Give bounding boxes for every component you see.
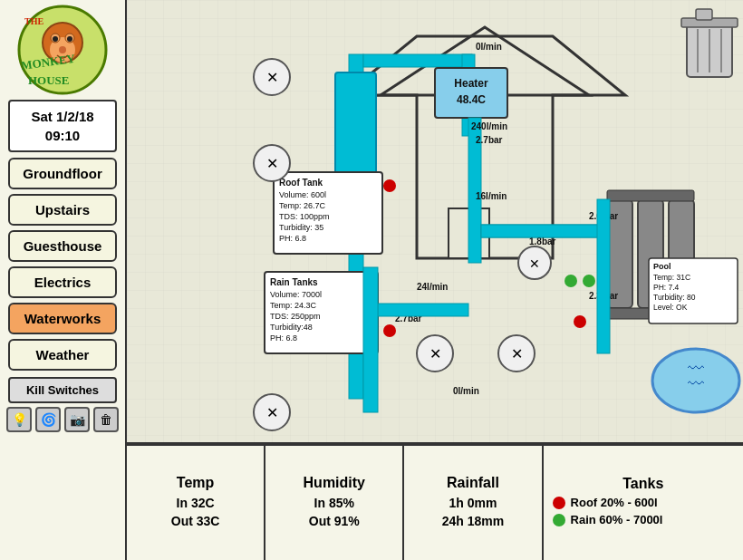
svg-text:HOUSE: HOUSE	[28, 73, 70, 87]
svg-text:Level: OK: Level: OK	[653, 303, 688, 312]
rain-dot	[553, 514, 565, 526]
nav-groundfloor[interactable]: Groundfloor	[8, 158, 117, 189]
svg-rect-17	[363, 54, 472, 67]
svg-rect-87	[363, 267, 378, 412]
rainfall-24h: 24h 18mm	[442, 513, 504, 531]
svg-text:Heater: Heater	[454, 77, 488, 90]
kill-icon-trash[interactable]: 🗑	[93, 407, 119, 432]
svg-text:PH: 6.8: PH: 6.8	[270, 333, 297, 343]
svg-text:Turbidity: 35: Turbidity: 35	[279, 223, 323, 232]
tanks-cell: Tanks Roof 20% - 600l Rain 60% - 7000l	[544, 446, 743, 560]
kill-switches-button[interactable]: Kill Switches	[8, 377, 117, 403]
nav-weather[interactable]: Weather	[8, 339, 117, 371]
svg-text:✕: ✕	[511, 346, 523, 362]
svg-text:TDS: 100ppm: TDS: 100ppm	[279, 212, 330, 221]
svg-text:PH: 7.4: PH: 7.4	[653, 283, 680, 292]
svg-text:Temp: 26.7C: Temp: 26.7C	[279, 201, 326, 210]
nav-guesthouse[interactable]: Guesthouse	[8, 230, 117, 262]
svg-point-81	[383, 324, 396, 337]
rainfall-1h: 1h 0mm	[449, 495, 497, 513]
svg-text:240l/min: 240l/min	[471, 121, 507, 131]
datetime-display: Sat 1/2/18 09:10	[8, 100, 117, 152]
tanks-rain-row: Rain 60% - 7000l	[553, 513, 663, 526]
svg-point-84	[564, 275, 577, 287]
svg-text:Volume: 600l: Volume: 600l	[279, 190, 326, 199]
svg-text:Roof Tank: Roof Tank	[279, 178, 323, 188]
nav-waterworks[interactable]: Waterworks	[8, 303, 117, 334]
tanks-roof-row: Roof 20% - 600l	[553, 496, 658, 509]
svg-point-83	[574, 315, 586, 328]
humidity-out: Out 91%	[309, 513, 360, 531]
svg-rect-88	[481, 225, 608, 237]
tanks-rain-value: Rain 60% - 7000l	[571, 513, 663, 526]
svg-text:0l/min: 0l/min	[453, 386, 479, 396]
nav-upstairs[interactable]: Upstairs	[8, 194, 117, 226]
sidebar: THE MONKEY HOUSE Sat 1/2/18 09:10 Ground…	[0, 0, 127, 560]
svg-rect-41	[607, 190, 694, 201]
svg-text:Volume: 7000l: Volume: 7000l	[270, 290, 322, 299]
tanks-roof-value: Roof 20% - 600l	[571, 496, 658, 509]
humidity-in: In 85%	[314, 495, 354, 513]
logo-area: THE MONKEY HOUSE	[4, 0, 121, 100]
rainfall-cell: Rainfall 1h 0mm 24h 18mm	[404, 446, 543, 560]
svg-text:THE: THE	[24, 16, 43, 26]
main-diagram-svg: Heater 48.4C Roof Tank Volume: 600l Temp…	[127, 0, 743, 444]
svg-text:✕: ✕	[266, 156, 278, 171]
svg-text:〰: 〰	[688, 375, 704, 393]
svg-text:TDS: 250ppm: TDS: 250ppm	[270, 312, 321, 321]
svg-point-80	[383, 179, 396, 192]
svg-rect-54	[696, 9, 712, 20]
svg-text:2.7bar: 2.7bar	[476, 135, 503, 145]
svg-text:48.4C: 48.4C	[457, 93, 486, 106]
svg-rect-89	[597, 199, 610, 353]
svg-point-7	[67, 36, 72, 42]
svg-text:1.8bar: 1.8bar	[529, 237, 556, 246]
svg-text:Rain Tanks: Rain Tanks	[270, 277, 318, 287]
datetime-text: Sat 1/2/18 09:10	[31, 109, 93, 143]
temp-title: Temp	[177, 475, 214, 491]
kill-icon-fan[interactable]: 🌀	[35, 407, 61, 432]
svg-point-85	[583, 275, 595, 287]
temp-in: In 32C	[177, 495, 215, 513]
humidity-cell: Humidity In 85% Out 91%	[265, 446, 404, 560]
roof-dot	[553, 497, 565, 509]
kill-icon-light[interactable]: 💡	[6, 407, 32, 432]
temp-out: Out 33C	[171, 513, 220, 531]
svg-text:✕: ✕	[529, 256, 540, 271]
svg-text:0l/min: 0l/min	[476, 42, 502, 52]
rainfall-title: Rainfall	[447, 475, 499, 491]
svg-point-6	[53, 36, 58, 42]
svg-text:Pool: Pool	[653, 262, 671, 271]
svg-text:24l/min: 24l/min	[417, 282, 448, 292]
svg-text:Turbidity:48: Turbidity:48	[270, 323, 313, 332]
humidity-title: Humidity	[304, 475, 365, 491]
status-bar: Temp In 32C Out 33C Humidity In 85% Out …	[127, 444, 743, 560]
svg-rect-86	[378, 304, 468, 316]
temp-cell: Temp In 32C Out 33C	[127, 446, 265, 560]
kill-icons-row: 💡 🌀 📷 🗑	[6, 407, 119, 432]
logo: THE MONKEY HOUSE	[8, 5, 117, 95]
svg-text:✕: ✕	[429, 346, 441, 362]
svg-text:Turbidity: 80: Turbidity: 80	[653, 293, 696, 302]
diagram-area: Heater 48.4C Roof Tank Volume: 600l Temp…	[127, 0, 743, 444]
kill-icon-camera[interactable]: 📷	[64, 407, 90, 432]
svg-text:✕: ✕	[266, 405, 278, 420]
svg-text:PH: 6.8: PH: 6.8	[279, 234, 306, 243]
svg-text:✕: ✕	[266, 70, 278, 85]
svg-text:Temp: 24.3C: Temp: 24.3C	[270, 301, 317, 310]
svg-text:Temp: 31C: Temp: 31C	[653, 273, 690, 282]
tanks-title: Tanks	[553, 476, 734, 492]
svg-text:16l/min: 16l/min	[476, 191, 507, 201]
nav-electrics[interactable]: Electrics	[8, 266, 117, 298]
